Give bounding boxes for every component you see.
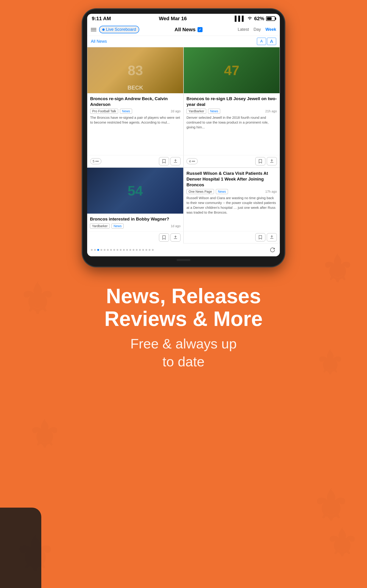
card2-excerpt: Denver selected Jewell in the 2018 fourt…	[186, 115, 277, 130]
page-dot-16	[139, 249, 141, 251]
card2-actions: 4 •••	[184, 155, 280, 167]
tablet-screen: 9:11 AM Wed Mar 16 ▌▌▌ 62%	[87, 14, 280, 256]
news-card-1[interactable]: BECK Broncos re-sign Andrew Beck, Calvin…	[87, 47, 184, 167]
card3-tag: News	[111, 224, 124, 229]
sub-nav-label: All News	[91, 39, 107, 44]
card4-actions	[184, 231, 280, 243]
card3-content: Broncos interested in Bobby Wagner? Yard…	[87, 214, 183, 231]
news-card-3[interactable]: Broncos interested in Bobby Wagner? Yard…	[87, 168, 184, 243]
card1-comments[interactable]: 5 •••	[90, 158, 101, 164]
card4-meta: One News Page News 17h ago	[186, 189, 277, 194]
card3-time: 1d ago	[171, 224, 181, 228]
battery-icon	[266, 16, 275, 21]
card4-title: Russell Wilson & Ciara Visit Patients At…	[186, 171, 277, 188]
news-grid-top: BECK Broncos re-sign Andrew Beck, Calvin…	[87, 47, 280, 167]
wifi-icon	[247, 16, 252, 22]
font-small-button[interactable]: A	[257, 38, 266, 45]
tablet-device: 9:11 AM Wed Mar 16 ▌▌▌ 62%	[83, 9, 284, 267]
live-indicator	[102, 28, 105, 31]
page-dot-4	[100, 249, 102, 251]
card1-excerpt: The Broncos have re-signed a pair of pla…	[90, 115, 181, 125]
card3-image	[87, 168, 183, 214]
promo-section: News, Releases Reviews & More Free & alw…	[0, 267, 367, 394]
tab-day[interactable]: Day	[253, 27, 261, 32]
news-card-4[interactable]: Russell Wilson & Ciara Visit Patients At…	[184, 168, 280, 243]
refresh-button[interactable]	[269, 246, 276, 254]
page-dot-14	[133, 249, 134, 251]
svg-point-0	[249, 19, 250, 20]
tab-latest[interactable]: Latest	[238, 27, 249, 32]
promo-subline1: Free & always up	[9, 335, 358, 353]
promo-subline2: to date	[9, 353, 358, 371]
card2-source: Yardbarker	[186, 109, 206, 114]
page-dot-17	[142, 249, 144, 251]
home-button[interactable]	[177, 259, 190, 261]
sub-nav: All News A A	[87, 36, 280, 47]
card2-tag: News	[208, 109, 220, 114]
card2-meta: Yardbarker News 21h ago	[186, 109, 277, 114]
card2-time: 21h ago	[265, 109, 277, 113]
card1-time: 2d ago	[171, 109, 181, 113]
card1-share-button[interactable]	[170, 157, 181, 165]
font-large-button[interactable]: A	[267, 38, 276, 45]
status-bar: 9:11 AM Wed Mar 16 ▌▌▌ 62%	[87, 14, 280, 23]
bottom-device-partial	[0, 508, 41, 588]
page-dot-10	[120, 249, 122, 251]
card4-content: Russell Wilson & Ciara Visit Patients At…	[184, 168, 280, 231]
live-scoreboard-label: Live Scoreboard	[106, 27, 136, 32]
card1-content: Broncos re-sign Andrew Beck, Calvin Ande…	[87, 93, 183, 155]
card4-share-button[interactable]	[267, 233, 277, 242]
page-dot-8	[113, 249, 115, 251]
card4-bookmark-button[interactable]	[255, 233, 265, 242]
status-right: ▌▌▌ 62%	[235, 16, 275, 22]
card1-bookmark-button[interactable]	[159, 157, 169, 165]
card3-actions	[87, 231, 183, 243]
promo-line2: Reviews & More	[9, 308, 358, 330]
page-dot-2	[94, 249, 96, 251]
battery-percentage: 62%	[254, 16, 264, 22]
time-tabs: Latest Day Week	[238, 27, 276, 32]
news-card-2[interactable]: Broncos to re-sign LB Josey Jewell on tw…	[184, 47, 280, 167]
page-dot-20	[152, 249, 154, 251]
menu-button[interactable]	[91, 28, 96, 31]
card3-bookmark-button[interactable]	[159, 233, 169, 242]
page-indicators	[87, 243, 280, 256]
card2-image	[184, 47, 280, 93]
page-dot-19	[149, 249, 150, 251]
font-controls: A A	[257, 38, 276, 45]
card3-title: Broncos interested in Bobby Wagner?	[90, 216, 181, 222]
status-date: Wed Mar 16	[159, 16, 187, 22]
checkmark-icon: ✓	[198, 27, 202, 32]
page-dot-1	[91, 249, 93, 251]
tablet-section: 9:11 AM Wed Mar 16 ▌▌▌ 62%	[0, 0, 367, 267]
card1-actions: 5 •••	[87, 155, 183, 167]
card2-bookmark-button[interactable]	[255, 157, 265, 165]
top-nav: Live Scoreboard All News ✓ Latest Day We…	[87, 23, 280, 36]
card4-excerpt: Russell Wilson and Ciara are wasting no …	[186, 195, 277, 215]
signal-icon: ▌▌▌	[235, 16, 245, 22]
card1-source: Pro Football Talk	[90, 109, 118, 114]
news-grid-bottom: Broncos interested in Bobby Wagner? Yard…	[87, 167, 280, 243]
page-dot-5	[104, 249, 106, 251]
card2-content: Broncos to re-sign LB Josey Jewell on tw…	[184, 93, 280, 155]
page-dot-9	[117, 249, 118, 251]
card2-comments[interactable]: 4 •••	[186, 158, 198, 164]
card3-source: Yardbarker	[90, 224, 110, 229]
status-time: 9:11 AM	[92, 16, 111, 22]
card3-meta: Yardbarker News 1d ago	[90, 224, 181, 229]
page-dot-7	[110, 249, 112, 251]
card2-share-button[interactable]	[267, 157, 277, 165]
card1-meta: Pro Football Talk News 2d ago	[90, 109, 181, 114]
live-scoreboard-button[interactable]: Live Scoreboard	[99, 26, 139, 33]
all-news-text: All News	[175, 27, 196, 33]
tab-week[interactable]: Week	[265, 27, 276, 32]
page-dot-6	[107, 249, 109, 251]
card4-source: One News Page	[186, 189, 214, 194]
page-dot-15	[136, 249, 138, 251]
promo-subheadline: Free & always up to date	[9, 335, 358, 371]
card3-share-button[interactable]	[170, 233, 181, 242]
promo-headline: News, Releases Reviews & More	[9, 285, 358, 330]
page-dot-12	[126, 249, 128, 251]
page-dot-13	[129, 249, 131, 251]
page-dot-11	[123, 249, 125, 251]
